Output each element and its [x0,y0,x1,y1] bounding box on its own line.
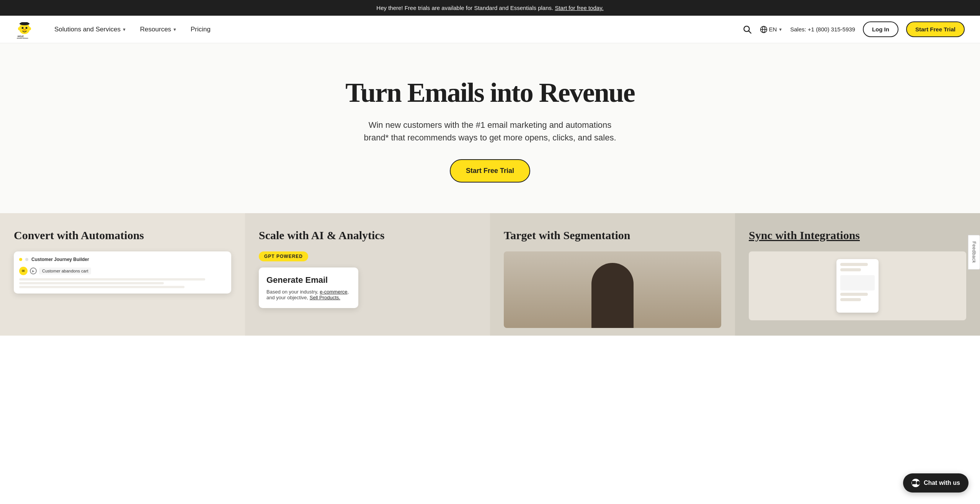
hero-section: Turn Emails into Revenue Win new custome… [0,43,980,213]
start-free-trial-nav-button[interactable]: Start Free Trial [906,21,965,37]
integrations-link[interactable]: Sync with Integrations [749,229,860,241]
cjb-row-1: ✉ ▶ Customer abandons cart [19,267,226,275]
integrations-image [749,251,966,320]
svg-point-3 [26,27,28,29]
hero-subheading: Win new customers with the #1 email mark… [356,119,624,144]
feature-ai-heading: Scale with AI & Analytics [259,228,476,242]
globe-icon [760,26,768,33]
language-selector[interactable]: EN ▼ [760,26,783,33]
feature-integrations-heading: Sync with Integrations [749,228,966,242]
chevron-down-icon: ▼ [122,27,126,32]
segmentation-image [504,251,721,328]
hero-heading: Turn Emails into Revenue [8,78,972,108]
sales-phone: Sales: +1 (800) 315-5939 [790,26,855,33]
email-gen-desc: Based on your industry, e-commerce, and … [266,289,351,300]
feature-card-ai-analytics: Scale with AI & Analytics GPT POWERED Ge… [245,213,490,336]
mailchimp-logo-icon: INTUIT mailchimp [15,20,34,39]
cjb-cart-label: Customer abandons cart [39,267,91,274]
cjb-line [19,286,185,288]
svg-rect-8 [21,22,28,24]
logo[interactable]: INTUIT mailchimp [15,20,34,39]
cjb-dot-gray [25,258,28,261]
feature-seg-heading: Target with Segmentation [504,228,721,242]
announcement-text: Hey there! Free trials are available for… [376,5,553,11]
device-mockup [836,259,879,313]
customer-journey-builder-mockup: Customer Journey Builder ✉ ▶ Customer ab… [14,251,231,294]
cjb-icon: ✉ [19,267,28,275]
nav-right: EN ▼ Sales: +1 (800) 315-5939 Log In Sta… [742,21,965,37]
sell-products-link[interactable]: Sell Products. [310,295,340,300]
gpt-badge: GPT POWERED [259,251,308,261]
nav-links: Solutions and Services ▼ Resources ▼ Pri… [49,23,742,36]
email-gen-title: Generate Email [266,275,351,285]
cjb-play-icon: ▶ [30,267,37,274]
svg-text:mailchimp: mailchimp [17,37,28,39]
device-line [840,263,868,266]
feature-card-automations: Convert with Automations Customer Journe… [0,213,245,336]
feedback-tab[interactable]: Feedback [968,235,980,269]
email-gen-card: Generate Email Based on your industry, e… [259,267,358,308]
start-free-trial-hero-button[interactable]: Start Free Trial [450,159,530,183]
features-section: Convert with Automations Customer Journe… [0,213,980,336]
nav-solutions[interactable]: Solutions and Services ▼ [49,23,132,36]
device-line [840,268,861,271]
svg-line-12 [748,31,751,33]
nav-pricing[interactable]: Pricing [185,23,216,36]
svg-point-5 [18,27,20,30]
feature-automations-heading: Convert with Automations [14,228,231,242]
feature-card-integrations: Sync with Integrations [735,213,980,336]
login-button[interactable]: Log In [863,21,898,37]
device-image-placeholder [840,275,875,290]
cjb-line [19,278,205,281]
svg-point-6 [29,27,31,30]
chevron-down-icon: ▼ [173,27,177,32]
svg-point-4 [23,29,26,31]
chevron-down-icon: ▼ [778,27,782,32]
device-line [840,298,861,301]
search-icon[interactable] [742,24,752,34]
nav-resources[interactable]: Resources ▼ [135,23,182,36]
feature-card-segmentation: Target with Segmentation [490,213,735,336]
svg-point-2 [22,27,24,29]
cjb-line [19,282,164,284]
announcement-bar: Hey there! Free trials are available for… [0,0,980,16]
announcement-cta[interactable]: Start for free today. [555,5,603,11]
navbar: INTUIT mailchimp Solutions and Services … [0,16,980,43]
cjb-title: Customer Journey Builder [31,257,89,262]
cjb-dot-yellow [19,258,22,261]
ecommerce-link[interactable]: e-commerce [320,289,347,295]
device-line [840,293,868,296]
person-silhouette [591,263,634,328]
